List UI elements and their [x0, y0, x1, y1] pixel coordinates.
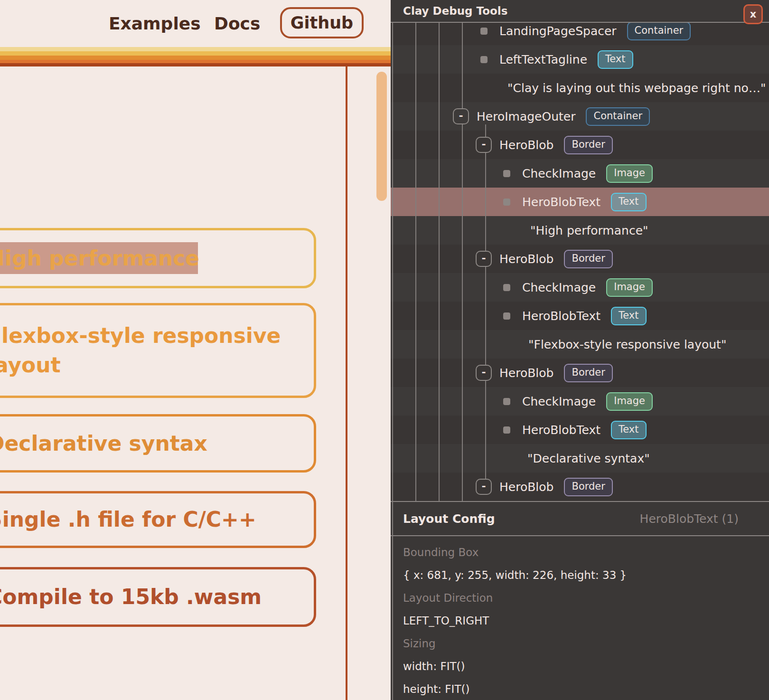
tree-row-checkimage[interactable]: CheckImageImage	[391, 273, 769, 302]
indent-guide-line	[439, 23, 440, 501]
leaf-bullet-icon	[480, 28, 488, 35]
tree-row-heroblob[interactable]: -HeroBlobBorder	[391, 131, 769, 159]
element-type-badge: Border	[564, 364, 612, 382]
element-name: LeftTextTagline	[499, 53, 587, 66]
element-type-badge: Text	[598, 50, 633, 69]
feature-blob: Compile to 15kb .wasm	[0, 567, 316, 627]
feature-blob: Flexbox-style responsive layout	[0, 303, 316, 398]
tree-row-heroblob[interactable]: -HeroBlobBorder	[391, 473, 769, 501]
selected-element-label: HeroBlobText (1)	[640, 512, 739, 526]
element-name: HeroBlob	[499, 480, 553, 494]
debug-panel-title: Clay Debug Tools	[391, 0, 769, 23]
leaf-bullet-icon	[503, 170, 510, 177]
element-type-badge: Text	[611, 421, 646, 439]
element-type-badge: Text	[611, 307, 646, 325]
stripe	[0, 51, 391, 56]
text-content-preview: "High performance"	[530, 224, 648, 237]
element-type-badge: Container	[627, 22, 691, 40]
config-field-value: { x: 681, y: 255, width: 226, height: 33…	[403, 564, 757, 586]
feature-blob-text: Compile to 15kb .wasm	[0, 582, 273, 612]
config-field-value: width: FIT()	[403, 655, 757, 678]
element-name: CheckImage	[522, 167, 596, 180]
element-type-badge: Border	[564, 478, 612, 496]
tree-row-heroblob[interactable]: -HeroBlobBorder	[391, 359, 769, 387]
element-type-badge: Text	[611, 193, 646, 211]
leaf-bullet-icon	[480, 56, 488, 63]
tree-row-heroimageouter[interactable]: -HeroImageOuterContainer	[391, 102, 769, 131]
tree-text-content-row: "Clay is laying out this webpage right n…	[391, 74, 769, 102]
layout-config-header: Layout Config HeroBlobText (1)	[391, 501, 769, 536]
github-button[interactable]: Github	[280, 7, 364, 38]
tree-text-content-row: "Flexbox-style responsive layout"	[391, 330, 769, 359]
element-type-badge: Border	[564, 250, 612, 268]
element-tree: LandingPageSpacerContainerLeftTextTaglin…	[391, 0, 769, 501]
tree-row-lefttexttagline[interactable]: LeftTextTaglineText	[391, 45, 769, 74]
indent-guide-line	[485, 124, 486, 479]
feature-blob: Declarative syntax	[0, 414, 316, 473]
top-nav: Examples Docs Github	[0, 0, 391, 47]
layout-config-title: Layout Config	[403, 512, 495, 526]
tree-text-content-row: "High performance"	[391, 216, 769, 245]
element-name: HeroBlobText	[522, 309, 600, 323]
collapse-toggle-icon[interactable]: -	[476, 365, 492, 381]
leaf-bullet-icon	[503, 426, 510, 434]
feature-blob-text: High performance	[0, 244, 211, 273]
element-type-badge: Image	[606, 164, 653, 183]
text-content-preview: "Declarative syntax"	[527, 452, 650, 465]
feature-blob: High performance	[0, 228, 316, 288]
indent-guide-line	[462, 23, 463, 501]
layout-config-details: Bounding Box{ x: 681, y: 255, width: 226…	[391, 536, 769, 700]
stripe	[0, 56, 391, 60]
nav-link-examples[interactable]: Examples	[109, 0, 201, 47]
stripe	[0, 60, 391, 63]
stripe	[0, 63, 391, 66]
element-name: HeroBlobText	[522, 423, 600, 437]
page-vertical-divider	[346, 66, 347, 700]
page-scrollbar-thumb[interactable]	[376, 72, 387, 201]
tree-row-heroblobtext[interactable]: HeroBlobTextText	[391, 302, 769, 330]
tree-row-heroblob[interactable]: -HeroBlobBorder	[391, 245, 769, 273]
element-name: LandingPageSpacer	[499, 24, 617, 38]
clay-debug-panel: Clay Debug Tools x LandingPageSpacerCont…	[391, 0, 769, 700]
element-type-badge: Image	[606, 278, 653, 297]
config-field-value: LEFT_TO_RIGHT	[403, 609, 757, 632]
tree-row-heroblobtext[interactable]: HeroBlobTextText	[391, 416, 769, 444]
feature-blob: Single .h file for C/C++	[0, 491, 316, 548]
collapse-toggle-icon[interactable]: -	[453, 108, 469, 124]
element-name: CheckImage	[522, 395, 596, 408]
clay-landing-page: Examples Docs Github High performanceFle…	[0, 0, 391, 700]
element-type-badge: Container	[586, 107, 650, 126]
indent-guide-line	[415, 23, 416, 501]
leaf-bullet-icon	[503, 312, 510, 320]
leaf-bullet-icon	[503, 199, 510, 206]
feature-blob-text: Flexbox-style responsive layout	[0, 321, 314, 380]
tree-row-checkimage[interactable]: CheckImageImage	[391, 159, 769, 188]
collapse-toggle-icon[interactable]: -	[476, 137, 492, 153]
element-name: HeroBlobText	[522, 195, 600, 209]
text-content-preview: "Clay is laying out this webpage right n…	[507, 81, 766, 95]
element-name: CheckImage	[522, 281, 596, 294]
config-field-value: height: FIT()	[403, 678, 757, 700]
config-field-label: Sizing	[403, 632, 757, 655]
element-name: HeroBlob	[499, 252, 553, 266]
config-field-label: Bounding Box	[403, 541, 757, 564]
tree-row-checkimage[interactable]: CheckImageImage	[391, 387, 769, 416]
brand-stripe-band	[0, 47, 391, 66]
collapse-toggle-icon[interactable]: -	[476, 251, 492, 267]
config-field-label: Layout Direction	[403, 586, 757, 609]
text-content-preview: "Flexbox-style responsive layout"	[528, 338, 726, 351]
feature-blob-text: Declarative syntax	[0, 429, 219, 458]
element-name: HeroImageOuter	[477, 110, 575, 123]
element-name: HeroBlob	[499, 138, 553, 152]
stripe	[0, 47, 391, 51]
panel-left-border	[392, 22, 393, 700]
tree-text-content-row: "Declarative syntax"	[391, 444, 769, 473]
leaf-bullet-icon	[503, 398, 510, 405]
feature-blob-text: Single .h file for C/C++	[0, 505, 268, 534]
element-type-badge: Image	[606, 392, 653, 411]
close-button[interactable]: x	[743, 4, 763, 24]
collapse-toggle-icon[interactable]: -	[476, 479, 492, 495]
nav-link-docs[interactable]: Docs	[214, 0, 260, 47]
element-name: HeroBlob	[499, 366, 553, 380]
tree-row-heroblobtext[interactable]: HeroBlobTextText	[391, 188, 769, 216]
